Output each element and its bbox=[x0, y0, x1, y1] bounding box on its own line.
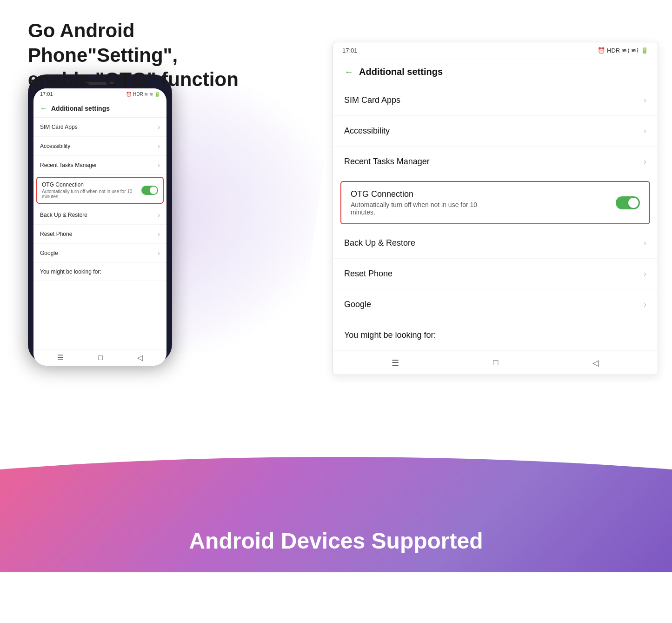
screenshot-backup-label: Back Up & Restore bbox=[344, 238, 415, 248]
phone-nav-bar: ☰ □ ◁ bbox=[33, 349, 166, 366]
phone-backup-chevron-icon: › bbox=[158, 211, 160, 219]
phone-screen-inner: ← Additional settings SIM Card Apps › Ac… bbox=[33, 100, 166, 349]
screenshot-nav-menu-icon[interactable]: ☰ bbox=[392, 358, 399, 368]
screenshot-google-label: Google bbox=[344, 300, 371, 309]
screenshot-tasks-chevron-icon: › bbox=[644, 157, 646, 167]
phone-menu-backup[interactable]: Back Up & Restore › bbox=[33, 206, 166, 225]
phone-menu-accessibility[interactable]: Accessibility › bbox=[33, 137, 166, 156]
screenshot-otg-sublabel: Automatically turn off when not in use f… bbox=[351, 201, 481, 216]
screenshot-looking-label: You might be looking for: bbox=[344, 330, 436, 340]
phone-sim-chevron-icon: › bbox=[158, 123, 160, 131]
phone-outer: 17:01 ⏰ HDR ≋ ≋ 🔋 ← Additional settings … bbox=[28, 74, 172, 363]
phone-nav-menu-icon[interactable]: ☰ bbox=[57, 353, 64, 362]
phone-nav-home-icon[interactable]: □ bbox=[98, 354, 103, 362]
phone-mockup: 17:01 ⏰ HDR ≋ ≋ 🔋 ← Additional settings … bbox=[28, 74, 172, 363]
screenshot-tasks-item[interactable]: Recent Tasks Manager › bbox=[333, 147, 658, 177]
phone-otg-label: OTG Connection bbox=[42, 181, 141, 188]
screenshot-accessibility-item[interactable]: Accessibility › bbox=[333, 116, 658, 147]
phone-google-label: Google bbox=[40, 250, 58, 256]
top-section: Go Android Phone"Setting", enable "OTG" … bbox=[0, 0, 672, 419]
phone-sim-label: SIM Card Apps bbox=[40, 124, 78, 130]
screenshot-status-icons: ⏰ HDR ≋⌇ ≋⌇ 🔋 bbox=[598, 47, 648, 54]
phone-reset-chevron-icon: › bbox=[158, 230, 160, 238]
phone-time: 17:01 bbox=[40, 91, 53, 97]
screenshot-otg-toggle[interactable] bbox=[616, 196, 640, 209]
screenshot-panel: 17:01 ⏰ HDR ≋⌇ ≋⌇ 🔋 ← Additional setting… bbox=[333, 42, 658, 375]
screenshot-sim-label: SIM Card Apps bbox=[344, 95, 400, 105]
screenshot-screen-title: Additional settings bbox=[359, 67, 443, 77]
phone-screen-title: Additional settings bbox=[51, 105, 110, 112]
phone-tasks-label: Recent Tasks Manager bbox=[40, 162, 97, 168]
phone-accessibility-label: Accessibility bbox=[40, 143, 70, 149]
phone-otg-text-block: OTG Connection Automatically turn off wh… bbox=[42, 181, 141, 199]
phone-menu-sim[interactable]: SIM Card Apps › bbox=[33, 118, 166, 137]
screenshot-time: 17:01 bbox=[342, 47, 358, 54]
phone-menu-looking: You might be looking for: bbox=[33, 263, 166, 281]
screenshot-otg-item[interactable]: OTG Connection Automatically turn off wh… bbox=[340, 181, 650, 224]
phone-reset-label: Reset Phone bbox=[40, 231, 72, 237]
bottom-label: Android Devices Supported bbox=[189, 528, 483, 554]
phone-backup-label: Back Up & Restore bbox=[40, 212, 87, 218]
phone-accessibility-chevron-icon: › bbox=[158, 142, 160, 150]
phone-status-icons: ⏰ HDR ≋ ≋ 🔋 bbox=[126, 92, 160, 97]
phone-otg-toggle[interactable] bbox=[141, 186, 158, 195]
phone-menu-tasks[interactable]: Recent Tasks Manager › bbox=[33, 156, 166, 175]
heading-line2: enable "OTG" function bbox=[28, 68, 239, 90]
screenshot-nav-bar: ☰ □ ◁ bbox=[333, 351, 658, 375]
screenshot-google-item[interactable]: Google › bbox=[333, 289, 658, 320]
screenshot-google-chevron-icon: › bbox=[644, 300, 646, 309]
screenshot-reset-chevron-icon: › bbox=[644, 269, 646, 279]
phone-nav-back-icon[interactable]: ◁ bbox=[137, 353, 143, 362]
phone-back-arrow-icon[interactable]: ← bbox=[40, 104, 47, 113]
screenshot-sim-item[interactable]: SIM Card Apps › bbox=[333, 85, 658, 116]
screenshot-backup-chevron-icon: › bbox=[644, 238, 646, 248]
screenshot-looking-item: You might be looking for: bbox=[333, 320, 658, 351]
screenshot-status-bar: 17:01 ⏰ HDR ≋⌇ ≋⌇ 🔋 bbox=[333, 42, 658, 59]
phone-looking-label: You might be looking for: bbox=[40, 268, 101, 275]
phone-screen: 17:01 ⏰ HDR ≋ ≋ 🔋 ← Additional settings … bbox=[33, 88, 166, 366]
screenshot-back-arrow-icon[interactable]: ← bbox=[344, 67, 353, 77]
phone-otg-sublabel: Automatically turn off when not in use f… bbox=[42, 189, 141, 199]
screenshot-nav-home-icon[interactable]: □ bbox=[493, 358, 499, 368]
main-heading: Go Android Phone"Setting", enable "OTG" … bbox=[28, 19, 284, 92]
screenshot-sim-chevron-icon: › bbox=[644, 95, 646, 105]
screenshot-tasks-label: Recent Tasks Manager bbox=[344, 157, 430, 167]
screenshot-otg-text-block: OTG Connection Automatically turn off wh… bbox=[351, 189, 481, 216]
phone-menu-google[interactable]: Google › bbox=[33, 244, 166, 263]
phone-google-chevron-icon: › bbox=[158, 249, 160, 257]
screenshot-reset-label: Reset Phone bbox=[344, 269, 393, 279]
screenshot-backup-item[interactable]: Back Up & Restore › bbox=[333, 228, 658, 259]
heading-line1: Go Android Phone"Setting", bbox=[28, 20, 178, 66]
screenshot-reset-item[interactable]: Reset Phone › bbox=[333, 259, 658, 289]
phone-menu-otg[interactable]: OTG Connection Automatically turn off wh… bbox=[36, 177, 164, 204]
screenshot-otg-label: OTG Connection bbox=[351, 189, 481, 199]
heading-area: Go Android Phone"Setting", enable "OTG" … bbox=[28, 19, 284, 92]
phone-menu-reset[interactable]: Reset Phone › bbox=[33, 225, 166, 244]
screenshot-accessibility-chevron-icon: › bbox=[644, 126, 646, 136]
screenshot-nav-back-icon[interactable]: ◁ bbox=[592, 358, 599, 368]
screenshot-accessibility-label: Accessibility bbox=[344, 126, 390, 136]
bottom-section: Android Devices Supported bbox=[0, 428, 672, 572]
phone-tasks-chevron-icon: › bbox=[158, 161, 160, 169]
screenshot-header: ← Additional settings bbox=[333, 59, 658, 85]
phone-header: ← Additional settings bbox=[33, 100, 166, 118]
